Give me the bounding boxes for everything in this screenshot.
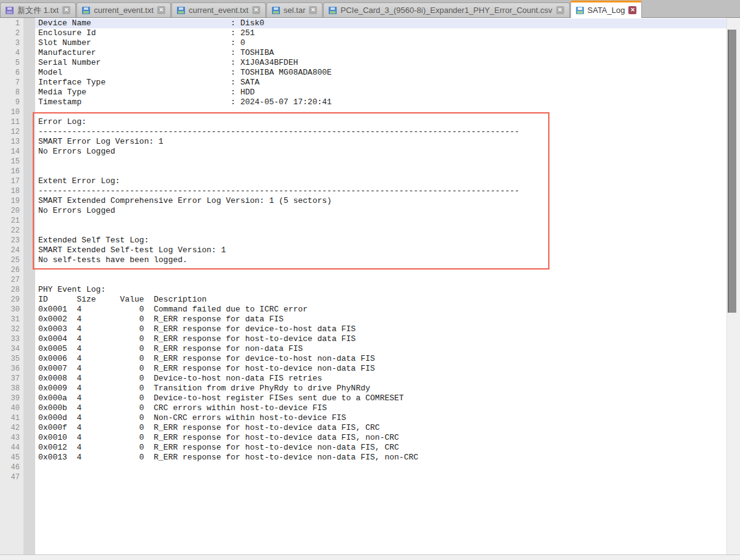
bookmark-cell (23, 137, 35, 147)
line-text (35, 107, 726, 117)
vertical-scrollbar[interactable] (726, 18, 740, 554)
tab[interactable]: sel.tar ✕ (266, 2, 323, 17)
code-line: 8 Media Type : HDD (0, 88, 726, 97)
code-line: 20 No Errors Logged (0, 206, 726, 216)
line-text (35, 275, 726, 285)
line-text: No self-tests have been logged. (35, 255, 726, 265)
bookmark-cell (23, 38, 35, 48)
line-text: 0x0012 4 0 R_ERR response for host-to-de… (35, 443, 726, 453)
code-line: 39 0x000a 4 0 Device-to-host register FI… (0, 393, 726, 403)
bookmark-cell (23, 196, 35, 206)
close-icon[interactable]: ✕ (252, 6, 260, 14)
line-number: 20 (0, 206, 23, 216)
line-text: PHY Event Log: (35, 285, 726, 295)
code-line: 13 SMART Error Log Version: 1 (0, 137, 726, 147)
floppy-blue-icon (177, 7, 185, 14)
code-line: 18 -------------------------------------… (0, 186, 726, 196)
bookmark-cell (23, 463, 35, 472)
tab[interactable]: current_event.txt ✕ (171, 2, 266, 17)
close-icon[interactable]: ✕ (628, 6, 636, 14)
line-text: 0x0008 4 0 Device-to-host non-data FIS r… (35, 374, 726, 384)
bookmark-cell (23, 127, 35, 137)
line-text: 0x0002 4 0 R_ERR response for data FIS (35, 315, 726, 324)
tab-label: SATA_Log (588, 6, 625, 15)
code-line: 30 0x0001 4 0 Command failed due to ICRC… (0, 305, 726, 315)
tab[interactable]: SATA_Log ✕ (570, 1, 643, 18)
line-number: 28 (0, 285, 23, 295)
line-number: 19 (0, 196, 23, 206)
bookmark-cell (23, 19, 35, 28)
line-number: 8 (0, 88, 23, 97)
tab[interactable]: current_event.txt ✕ (76, 2, 171, 17)
tab-label: 新文件 1.txt (17, 5, 59, 16)
line-text: Interface Type : SATA (35, 78, 726, 88)
line-text: 0x000d 4 0 Non-CRC errors within host-to… (35, 413, 726, 423)
bookmark-cell (23, 28, 35, 38)
line-text: 0x0009 4 0 Transition from drive PhyRdy … (35, 384, 726, 393)
close-icon[interactable]: ✕ (62, 6, 70, 14)
code-line: 32 0x0003 4 0 R_ERR response for device-… (0, 324, 726, 334)
line-text: 0x0004 4 0 R_ERR response for host-to-de… (35, 334, 726, 344)
close-icon[interactable]: ✕ (556, 6, 564, 14)
code-line: 45 0x0013 4 0 R_ERR response for host-to… (0, 453, 726, 463)
editor-lines: 1 Device Name : Disk0 2 Enclosure Id : 2… (0, 19, 726, 482)
line-number: 35 (0, 354, 23, 364)
scrollbar-thumb[interactable] (728, 30, 736, 313)
tab[interactable]: 新文件 1.txt ✕ (0, 2, 76, 17)
code-line: 21 (0, 216, 726, 226)
code-line: 29 ID Size Value Description (0, 295, 726, 305)
line-text (35, 265, 726, 275)
bookmark-cell (23, 275, 35, 285)
bookmark-cell (23, 78, 35, 88)
bookmark-cell (23, 285, 35, 295)
code-line: 15 (0, 157, 726, 167)
code-line: 16 (0, 167, 726, 176)
tab[interactable]: PCIe_Card_3_(9560-8i)_Expander1_PHY_Erro… (323, 2, 569, 17)
line-number: 32 (0, 324, 23, 334)
code-line: 47 (0, 472, 726, 482)
line-number: 3 (0, 38, 23, 48)
line-number: 11 (0, 117, 23, 127)
line-text: Device Name : Disk0 (35, 19, 726, 28)
bookmark-cell (23, 403, 35, 413)
line-text: 0x0010 4 0 R_ERR response for host-to-de… (35, 433, 726, 443)
line-text (35, 167, 726, 176)
line-text: No Errors Logged (35, 147, 726, 157)
code-line: 7 Interface Type : SATA (0, 78, 726, 88)
code-line: 10 (0, 107, 726, 117)
line-number: 15 (0, 157, 23, 167)
code-line: 34 0x0005 4 0 R_ERR response for non-dat… (0, 344, 726, 354)
code-line: 12 -------------------------------------… (0, 127, 726, 137)
code-line: 4 Manufacturer : TOSHIBA (0, 48, 726, 58)
bookmark-cell (23, 453, 35, 463)
code-line: 40 0x000b 4 0 CRC errors within host-to-… (0, 403, 726, 413)
line-number: 1 (0, 19, 23, 28)
line-number: 31 (0, 315, 23, 324)
bookmark-cell (23, 393, 35, 403)
line-number: 22 (0, 226, 23, 236)
line-text: 0x0007 4 0 R_ERR response for host-to-de… (35, 364, 726, 374)
line-text (35, 157, 726, 167)
code-line: 37 0x0008 4 0 Device-to-host non-data FI… (0, 374, 726, 384)
line-number: 13 (0, 137, 23, 147)
code-line: 3 Slot Number : 0 (0, 38, 726, 48)
code-line: 14 No Errors Logged (0, 147, 726, 157)
bookmark-cell (23, 324, 35, 334)
line-number: 43 (0, 433, 23, 443)
bookmark-cell (23, 245, 35, 255)
close-icon[interactable]: ✕ (157, 6, 165, 14)
text-editor-window: 新文件 1.txt ✕ current_event.txt ✕ current_… (0, 0, 740, 560)
bookmark-cell (23, 88, 35, 97)
code-line: 43 0x0010 4 0 R_ERR response for host-to… (0, 433, 726, 443)
bookmark-cell (23, 176, 35, 186)
line-text (35, 226, 726, 236)
code-line: 41 0x000d 4 0 Non-CRC errors within host… (0, 413, 726, 423)
line-text: Extended Self Test Log: (35, 236, 726, 245)
tab-label: sel.tar (284, 6, 305, 15)
bookmark-cell (23, 433, 35, 443)
floppy-blue-icon (272, 7, 280, 14)
bookmark-cell (23, 236, 35, 245)
line-number: 25 (0, 255, 23, 265)
code-line: 28 PHY Event Log: (0, 285, 726, 295)
close-icon[interactable]: ✕ (309, 6, 317, 14)
